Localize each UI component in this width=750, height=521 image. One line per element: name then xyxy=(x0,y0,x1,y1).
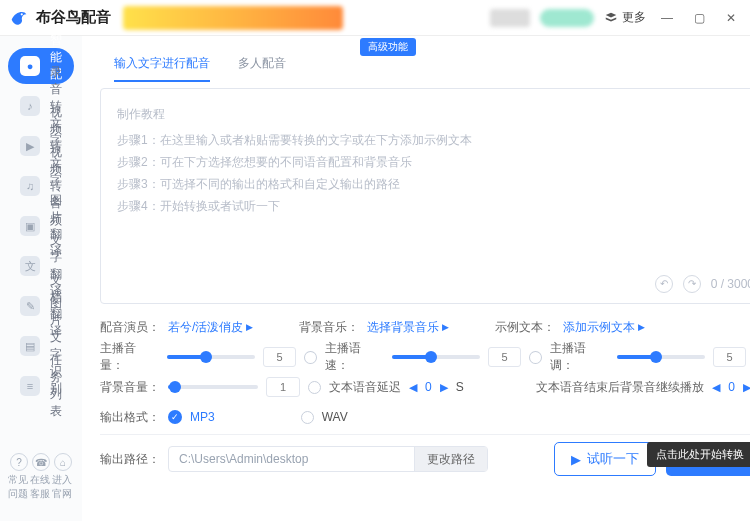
host-tone-value[interactable]: 5 xyxy=(713,347,746,367)
host-speed-lock[interactable] xyxy=(529,351,542,364)
bg-volume-label: 背景音量： xyxy=(100,379,160,396)
chevron-right-icon: ▶ xyxy=(638,322,645,332)
delay-label: 文本语音延迟 xyxy=(329,379,401,396)
user-info[interactable] xyxy=(490,9,530,27)
globe-icon: ⌂ xyxy=(54,453,72,471)
delay-value: 0 xyxy=(425,380,432,394)
nav-text-translate[interactable]: 文文字翻译 xyxy=(8,248,74,284)
minimize-button[interactable]: — xyxy=(656,7,678,29)
host-speed-slider[interactable] xyxy=(392,355,480,359)
continue-label: 文本语音结束后背景音继续播放 xyxy=(536,379,704,396)
promo-banner[interactable] xyxy=(123,6,343,30)
bgm-select[interactable]: 选择背景音乐▶ xyxy=(367,319,449,336)
stack-icon xyxy=(604,11,618,25)
tab-text-dubbing[interactable]: 输入文字进行配音 xyxy=(100,45,224,82)
nav-tasks[interactable]: ≡任务列表 xyxy=(8,368,74,404)
tutorial-step: 步骤4：开始转换或者试听一下 xyxy=(117,195,750,217)
audio-icon: ♪ xyxy=(20,96,40,116)
output-path-text: C:\Users\Admin\desktop xyxy=(179,452,308,466)
support-link[interactable]: ☎在线客服 xyxy=(30,453,52,501)
continue-value: 0 xyxy=(728,380,735,394)
ocr-icon: ▤ xyxy=(20,336,40,356)
voice-actor-label: 配音演员： xyxy=(100,319,160,336)
host-volume-value[interactable]: 5 xyxy=(263,347,296,367)
tabs: 输入文字进行配音 多人配音 高级功能 xyxy=(82,36,750,82)
more-menu[interactable]: 更多 xyxy=(604,9,646,26)
change-path-button[interactable]: 更改路径 xyxy=(414,447,487,471)
start-tooltip: 点击此处开始转换 × xyxy=(647,442,750,467)
video-icon: ▶ xyxy=(20,136,40,156)
delay-decrease[interactable]: ◀ xyxy=(409,381,417,394)
doc-icon: ✎ xyxy=(20,296,40,316)
tab-multi-voice[interactable]: 多人配音 xyxy=(224,45,300,82)
output-path-field[interactable]: C:\Users\Admin\desktop 更改路径 xyxy=(168,446,488,472)
premium-badge: 高级功能 xyxy=(360,38,416,56)
format-mp3-radio[interactable]: ✓ xyxy=(168,410,182,424)
voice-actor-select[interactable]: 若兮/活泼俏皮▶ xyxy=(168,319,253,336)
main-panel: 输入文字进行配音 多人配音 高级功能 制作教程 步骤1：在这里输入或者粘贴需要转… xyxy=(82,36,750,521)
nav-doc-translate[interactable]: ✎文档翻译 xyxy=(8,288,74,324)
bg-volume-lock[interactable] xyxy=(308,381,321,394)
faq-link[interactable]: ?常见问题 xyxy=(8,453,30,501)
host-speed-label: 主播语速： xyxy=(325,340,384,374)
sidebar: ●智能配音 ♪录音转文字 ▶视频转文字 ♫视频转音频 ▣图片翻译 文文字翻译 ✎… xyxy=(0,36,82,521)
titlebar: 布谷鸟配音 更多 — ▢ ✕ xyxy=(0,0,750,36)
nav-image-translate[interactable]: ▣图片翻译 xyxy=(8,208,74,244)
mic-icon: ● xyxy=(20,56,40,76)
sidebar-footer: ?常见问题 ☎在线客服 ⌂进入官网 xyxy=(8,445,74,509)
nav-video-to-audio[interactable]: ♫视频转音频 xyxy=(8,168,74,204)
nav-smart-dubbing[interactable]: ●智能配音 xyxy=(8,48,74,84)
preview-button[interactable]: ▶试听一下 xyxy=(554,442,656,476)
text-editor[interactable]: 制作教程 步骤1：在这里输入或者粘贴需要转换的文字或在下方添加示例文本 步骤2：… xyxy=(100,88,750,304)
format-mp3-label: MP3 xyxy=(190,410,215,424)
tutorial-header: 制作教程 xyxy=(117,103,750,125)
host-speed-value[interactable]: 5 xyxy=(488,347,521,367)
account-pill[interactable] xyxy=(540,9,594,27)
nav-label: 任务列表 xyxy=(50,352,62,420)
continue-increase[interactable]: ▶ xyxy=(743,381,750,394)
host-volume-label: 主播音量： xyxy=(100,340,159,374)
redo-icon[interactable]: ↷ xyxy=(683,275,701,293)
nav-audio-to-text[interactable]: ♪录音转文字 xyxy=(8,88,74,124)
list-icon: ≡ xyxy=(20,376,40,396)
bg-volume-slider[interactable] xyxy=(168,385,258,389)
host-tone-label: 主播语调： xyxy=(550,340,609,374)
char-counter: 0 / 3000 xyxy=(711,273,750,295)
output-path-label: 输出路径： xyxy=(100,451,160,468)
app-logo: 布谷鸟配音 xyxy=(8,7,111,29)
website-link[interactable]: ⌂进入官网 xyxy=(52,453,74,501)
maximize-button[interactable]: ▢ xyxy=(688,7,710,29)
bgm-label: 背景音乐： xyxy=(299,319,359,336)
close-button[interactable]: ✕ xyxy=(720,7,742,29)
undo-icon[interactable]: ↶ xyxy=(655,275,673,293)
continue-decrease[interactable]: ◀ xyxy=(712,381,720,394)
chevron-right-icon: ▶ xyxy=(246,322,253,332)
chevron-right-icon: ▶ xyxy=(442,322,449,332)
host-volume-slider[interactable] xyxy=(167,355,255,359)
nav-ocr[interactable]: ▤图片文字识别 xyxy=(8,328,74,364)
delay-unit: S xyxy=(456,380,464,394)
sample-label: 示例文本： xyxy=(495,319,555,336)
logo-icon xyxy=(8,7,30,29)
delay-increase[interactable]: ▶ xyxy=(440,381,448,394)
host-volume-lock[interactable] xyxy=(304,351,317,364)
host-tone-slider[interactable] xyxy=(617,355,705,359)
tutorial-step: 步骤1：在这里输入或者粘贴需要转换的文字或在下方添加示例文本 xyxy=(117,129,750,151)
tutorial-step: 步骤3：可选择不同的输出的格式和自定义输出的路径 xyxy=(117,173,750,195)
chat-icon: ☎ xyxy=(32,453,50,471)
convert-icon: ♫ xyxy=(20,176,40,196)
app-title: 布谷鸟配音 xyxy=(36,8,111,27)
format-label: 输出格式： xyxy=(100,409,160,426)
svg-point-0 xyxy=(21,13,23,15)
sample-select[interactable]: 添加示例文本▶ xyxy=(563,319,645,336)
nav-video-to-text[interactable]: ▶视频转文字 xyxy=(8,128,74,164)
play-icon: ▶ xyxy=(571,452,581,467)
bg-volume-value[interactable]: 1 xyxy=(266,377,300,397)
format-wav-label: WAV xyxy=(322,410,348,424)
tutorial-step: 步骤2：可在下方选择您想要的不同语音配置和背景音乐 xyxy=(117,151,750,173)
format-wav-radio[interactable] xyxy=(301,411,314,424)
text-icon: 文 xyxy=(20,256,40,276)
image-icon: ▣ xyxy=(20,216,40,236)
help-icon: ? xyxy=(10,453,28,471)
